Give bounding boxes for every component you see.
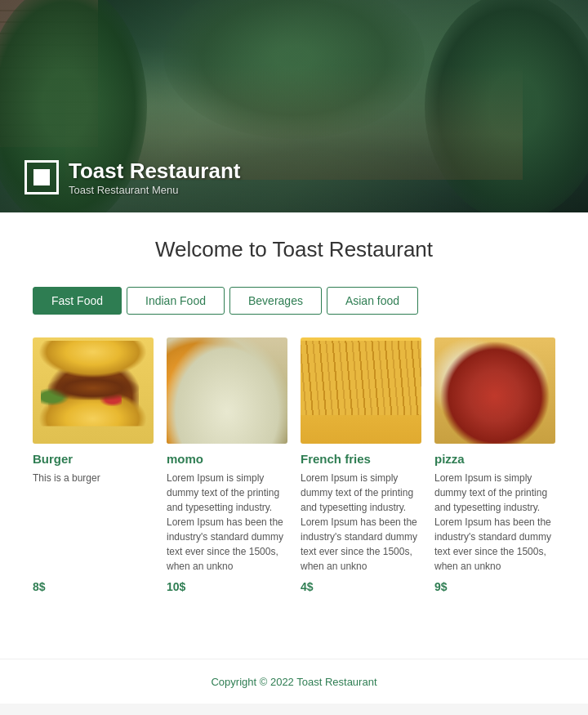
header-info: Toast Restaurant Toast Restaurant Menu: [24, 159, 240, 196]
tab-beverages[interactable]: Beverages: [229, 287, 322, 315]
food-name-momo: momo: [167, 452, 287, 466]
food-name-fries: French fries: [301, 452, 421, 466]
copyright-text: Copyright © 2022 Toast Restaurant: [211, 676, 376, 688]
food-grid: Burger This is a burger 8$ momo Lorem Ip…: [33, 337, 555, 593]
momo-illustration: [167, 337, 287, 444]
main-content: Welcome to Toast Restaurant Fast Food In…: [0, 212, 588, 659]
burger-illustration: [33, 337, 154, 444]
restaurant-name: Toast Restaurant: [69, 159, 240, 184]
logo-box: [24, 160, 59, 194]
footer: Copyright © 2022 Toast Restaurant: [0, 659, 588, 704]
food-price-momo: 10$: [167, 580, 287, 593]
brick-wall-decoration: [0, 0, 98, 147]
header-text: Toast Restaurant Toast Restaurant Menu: [69, 159, 240, 196]
food-card-momo: momo Lorem Ipsum is simply dummy text of…: [167, 337, 287, 593]
food-image-pizza: [434, 337, 555, 444]
tab-fast-food[interactable]: Fast Food: [33, 287, 122, 315]
food-name-burger: Burger: [33, 452, 154, 466]
tab-indian-food[interactable]: Indian Food: [127, 287, 225, 315]
restaurant-subtitle: Toast Restaurant Menu: [69, 184, 240, 196]
food-card-fries: French fries Lorem Ipsum is simply dummy…: [301, 337, 421, 593]
food-image-burger: [33, 337, 154, 444]
fries-illustration: [301, 337, 421, 444]
food-price-fries: 4$: [301, 580, 421, 593]
logo-inner: [33, 169, 50, 185]
food-card-pizza: pizza Lorem Ipsum is simply dummy text o…: [434, 337, 555, 593]
food-card-burger: Burger This is a burger 8$: [33, 337, 154, 593]
tab-asian-food[interactable]: Asian food: [327, 287, 418, 315]
category-tabs: Fast Food Indian Food Beverages Asian fo…: [33, 287, 555, 315]
food-desc-pizza: Lorem Ipsum is simply dummy text of the …: [434, 471, 555, 574]
food-image-momo: [167, 337, 287, 444]
food-price-burger: 8$: [33, 580, 154, 593]
food-desc-burger: This is a burger: [33, 471, 154, 574]
welcome-heading: Welcome to Toast Restaurant: [33, 237, 555, 262]
food-desc-momo: Lorem Ipsum is simply dummy text of the …: [167, 471, 287, 574]
food-desc-fries: Lorem Ipsum is simply dummy text of the …: [301, 471, 421, 574]
pizza-illustration: [434, 337, 555, 444]
food-image-fries: [301, 337, 421, 444]
food-price-pizza: 9$: [434, 580, 555, 593]
header: Toast Restaurant Toast Restaurant Menu: [0, 0, 588, 212]
food-name-pizza: pizza: [434, 452, 555, 466]
